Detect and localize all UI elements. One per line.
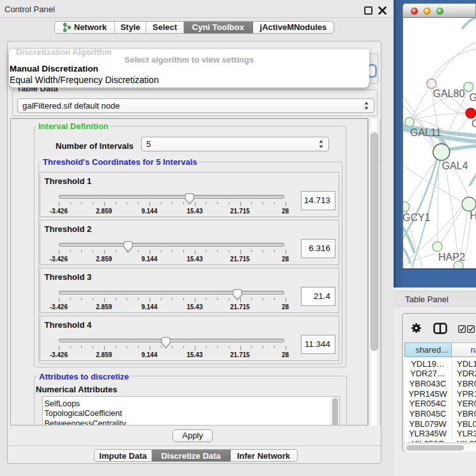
svg-text:C: C	[472, 118, 476, 128]
svg-text:GAL4: GAL4	[442, 160, 468, 171]
svg-text:H: H	[470, 210, 476, 221]
svg-text:HAP2: HAP2	[438, 251, 465, 262]
svg-text:GA: GA	[470, 91, 476, 102]
svg-text:GCY1: GCY1	[403, 211, 431, 222]
svg-text:GAL11: GAL11	[410, 127, 441, 137]
svg-text:GAL80: GAL80	[433, 88, 465, 99]
